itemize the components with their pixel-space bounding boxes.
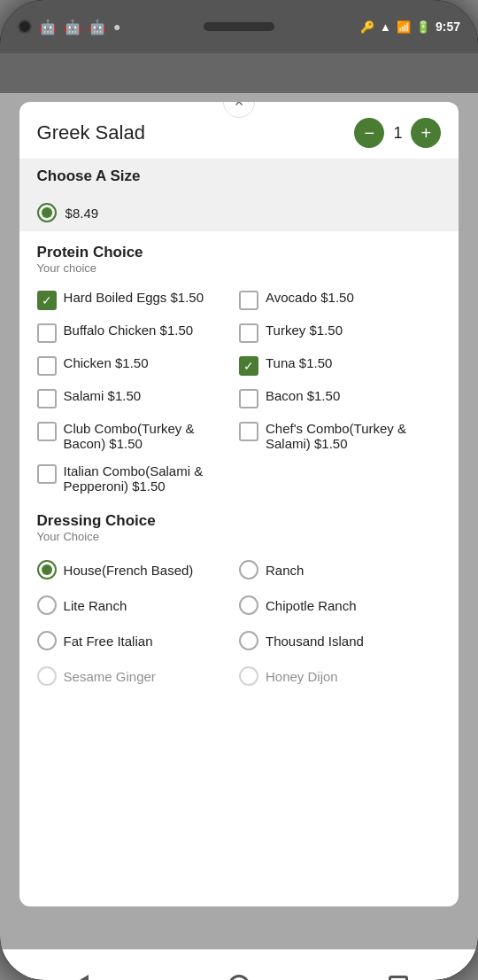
protein-label-1: Avocado $1.50 <box>266 290 354 305</box>
protein-checkbox-9 <box>239 422 258 441</box>
dressing-options-grid: House(French Based) Ranch Lite Ranch <box>37 552 442 694</box>
android-icon: 🤖 <box>39 19 57 35</box>
plus-icon: + <box>421 123 432 144</box>
protein-option-9[interactable]: Chef's Combo(Turkey & Salami) $1.50 <box>239 415 441 457</box>
minus-icon: − <box>365 123 375 144</box>
status-right: 🔑 ▲ 📶 🔋 9:57 <box>360 19 460 34</box>
dressing-label-6: Sesame Ginger <box>64 669 156 684</box>
modal-dialog: × Greek Salad − 1 + <box>19 102 459 906</box>
dressing-radio-5 <box>239 631 258 650</box>
dressing-label-0: House(French Based) <box>64 563 194 578</box>
size-radio-selected <box>37 203 57 222</box>
dressing-radio-1 <box>239 560 258 579</box>
protein-label-9: Chef's Combo(Turkey & Salami) $1.50 <box>266 421 441 451</box>
protein-title: Protein Choice <box>37 244 442 261</box>
protein-label-2: Buffalo Chicken $1.50 <box>64 323 194 338</box>
phone-frame: 🤖 🤖 🤖 ● 🔑 ▲ 📶 🔋 9:57 <box>0 0 478 980</box>
content-area: × Greek Salad − 1 + <box>0 93 478 949</box>
protein-option-4[interactable]: Chicken $1.50 <box>37 349 239 382</box>
speaker <box>204 22 274 31</box>
protein-option-1[interactable]: Avocado $1.50 <box>239 284 441 316</box>
camera-icon <box>18 19 32 34</box>
signal-icon: 📶 <box>397 20 411 34</box>
recent-icon <box>389 976 408 981</box>
protein-option-10[interactable]: Italian Combo(Salami & Pepperoni) $1.50 <box>37 457 239 500</box>
increase-qty-button[interactable]: + <box>411 118 441 148</box>
dot-icon: ● <box>113 19 120 34</box>
dressing-radio-0 <box>37 560 57 579</box>
protein-label-8: Club Combo(Turkey & Bacon) $1.50 <box>64 421 239 451</box>
quantity-value: 1 <box>393 124 402 143</box>
status-icons: 🤖 🤖 🤖 ● <box>18 19 120 35</box>
protein-checkbox-0: ✓ <box>37 291 57 310</box>
dressing-radio-6 <box>37 666 57 686</box>
nav-bar <box>0 949 478 980</box>
protein-subtitle: Your choice <box>37 261 442 275</box>
battery-icon: 🔋 <box>416 20 430 34</box>
protein-label-5: Tuna $1.50 <box>266 355 332 370</box>
protein-option-6[interactable]: Salami $1.50 <box>37 382 239 415</box>
dressing-subtitle: Your Choice <box>37 530 442 543</box>
home-button[interactable] <box>217 963 261 981</box>
protein-checkbox-7 <box>239 389 258 408</box>
protein-label-6: Salami $1.50 <box>64 388 142 403</box>
dressing-label-2: Lite Ranch <box>64 598 127 613</box>
dressing-option-1[interactable]: Ranch <box>239 552 441 587</box>
dressing-label-3: Chipotle Ranch <box>266 598 357 613</box>
protein-checkbox-10 <box>37 464 57 484</box>
dressing-radio-2 <box>37 595 57 615</box>
size-option-item[interactable]: $8.49 <box>19 194 459 231</box>
dressing-label-1: Ranch <box>266 563 304 578</box>
radio-fill <box>42 207 52 218</box>
protein-label-0: Hard Boiled Eggs $1.50 <box>64 290 204 305</box>
protein-options-grid: ✓ Hard Boiled Eggs $1.50 Avocado $1.50 <box>37 284 442 500</box>
protein-checkbox-1 <box>239 291 258 310</box>
protein-option-0[interactable]: ✓ Hard Boiled Eggs $1.50 <box>37 284 239 316</box>
android-icon-3: 🤖 <box>89 19 106 35</box>
key-icon: 🔑 <box>360 20 374 34</box>
recent-button[interactable] <box>376 963 420 981</box>
protein-label-10: Italian Combo(Salami & Pepperoni) $1.50 <box>64 463 239 494</box>
close-icon: × <box>235 102 244 112</box>
dressing-option-2[interactable]: Lite Ranch <box>37 587 239 623</box>
protein-option-8[interactable]: Club Combo(Turkey & Bacon) $1.50 <box>37 415 239 457</box>
dressing-option-0[interactable]: House(French Based) <box>37 552 239 587</box>
dressing-radio-7 <box>239 666 258 686</box>
size-section-title: Choose A Size <box>37 167 141 184</box>
wifi-icon: ▲ <box>380 20 391 34</box>
protein-option-2[interactable]: Buffalo Chicken $1.50 <box>37 316 239 349</box>
protein-option-3[interactable]: Turkey $1.50 <box>239 316 441 349</box>
dressing-option-6[interactable]: Sesame Ginger <box>37 658 239 694</box>
protein-checkbox-5: ✓ <box>239 356 258 376</box>
protein-section: Protein Choice Your choice ✓ Hard Boiled… <box>19 231 459 500</box>
protein-checkbox-8 <box>37 422 57 441</box>
protein-option-5[interactable]: ✓ Tuna $1.50 <box>239 349 441 382</box>
dressing-option-5[interactable]: Thousand Island <box>239 623 441 658</box>
dressing-title: Dressing Choice <box>37 512 442 530</box>
size-section-header: Choose A Size <box>19 159 459 194</box>
protein-checkbox-2 <box>37 323 57 343</box>
modal-scroll-area[interactable]: Greek Salad − 1 + <box>19 102 459 712</box>
check-icon-5: ✓ <box>243 360 254 372</box>
protein-label-7: Bacon $1.50 <box>266 388 340 403</box>
dressing-radio-3 <box>239 595 258 615</box>
dressing-label-4: Fat Free Italian <box>64 634 153 649</box>
dressing-option-7[interactable]: Honey Dijon <box>239 658 441 694</box>
dressing-label-5: Thousand Island <box>266 634 364 649</box>
android-icon-2: 🤖 <box>64 19 81 35</box>
item-title: Greek Salad <box>37 121 145 144</box>
check-icon: ✓ <box>42 294 52 307</box>
protein-option-7[interactable]: Bacon $1.50 <box>239 382 441 415</box>
dressing-option-4[interactable]: Fat Free Italian <box>37 623 239 658</box>
quantity-controls: − 1 + <box>354 118 441 148</box>
time-display: 9:57 <box>436 19 460 34</box>
back-button[interactable] <box>58 963 102 981</box>
protein-label-4: Chicken $1.50 <box>64 355 149 370</box>
size-price-label: $8.49 <box>66 206 99 221</box>
status-bar: 🤖 🤖 🤖 ● 🔑 ▲ 📶 🔋 9:57 <box>0 0 478 53</box>
dressing-option-3[interactable]: Chipotle Ranch <box>239 587 441 623</box>
decrease-qty-button[interactable]: − <box>354 118 384 148</box>
modal-overlay: × Greek Salad − 1 + <box>0 93 478 949</box>
dressing-section: Dressing Choice Your Choice House(French… <box>19 500 459 694</box>
back-icon <box>71 975 89 981</box>
